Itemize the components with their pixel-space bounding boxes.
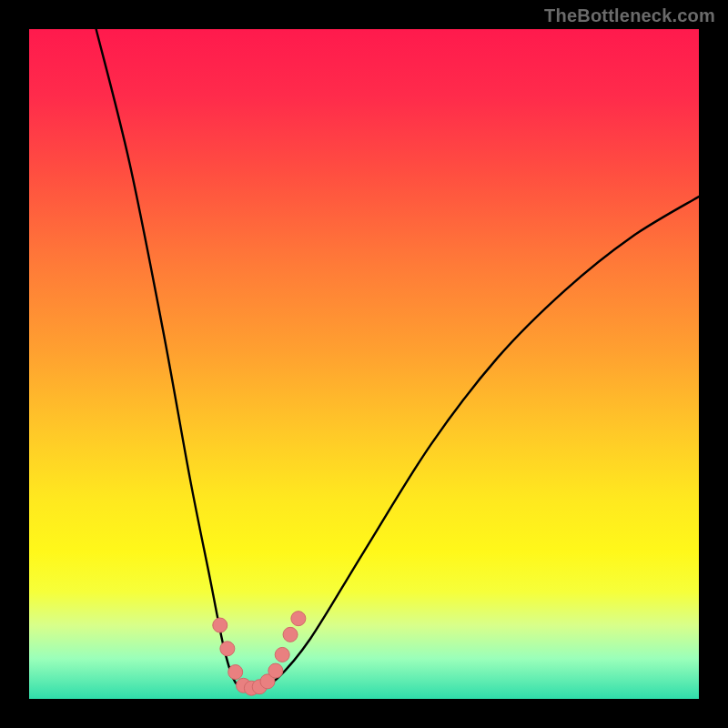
marker-dot <box>291 612 306 626</box>
bottleneck-curve <box>96 29 699 690</box>
outer-frame: TheBottleneck.com <box>0 0 728 728</box>
marker-dot <box>213 618 228 632</box>
marker-dot <box>275 647 289 662</box>
marker-dot <box>220 642 235 656</box>
plot-area <box>29 29 699 699</box>
attribution-text: TheBottleneck.com <box>544 5 715 26</box>
marker-dot <box>268 663 283 678</box>
marker-dot <box>283 627 298 642</box>
chart-svg <box>29 29 699 699</box>
marker-dot <box>228 665 243 680</box>
marker-dots <box>213 612 306 696</box>
